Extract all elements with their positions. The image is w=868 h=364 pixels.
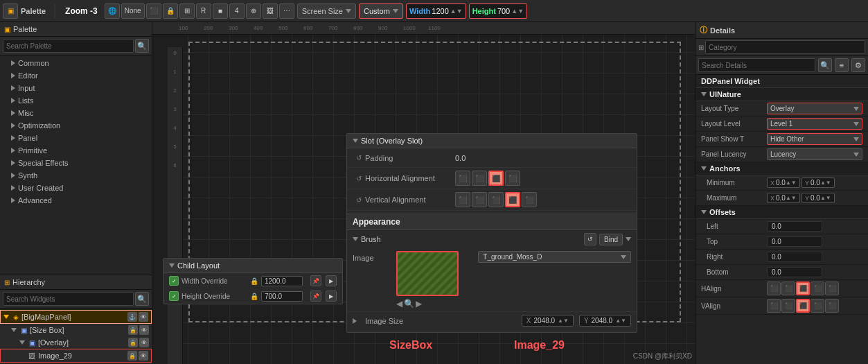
hierarchy-item-sizebox[interactable]: ▣ [Size Box] 🔒 👁 bbox=[0, 324, 152, 336]
valign-center-btn[interactable]: ⬛ bbox=[472, 192, 487, 207]
slot-collapse[interactable] bbox=[353, 139, 358, 143]
halign-right-btn[interactable]: ⬛ bbox=[505, 171, 520, 186]
grid2-btn[interactable]: ⊕ bbox=[246, 3, 261, 19]
valign-fill-btn[interactable]: ⬛ bbox=[488, 192, 504, 207]
width-action-btn[interactable]: ▶ bbox=[326, 275, 337, 286]
palette-item-editor[interactable]: Editor bbox=[0, 69, 152, 82]
palette-icon-small: ▣ bbox=[4, 26, 10, 33]
details-category-bar: ⊞ bbox=[696, 39, 868, 56]
dots-btn[interactable]: ⋯ bbox=[279, 3, 294, 19]
valign-bottom[interactable]: ⬛ bbox=[811, 299, 824, 313]
halign-left-btn[interactable]: ⬛ bbox=[455, 171, 470, 186]
globe-btn[interactable]: 🌐 bbox=[105, 3, 120, 19]
size-collapse[interactable] bbox=[353, 318, 357, 324]
valign-custom[interactable]: ⬛ bbox=[825, 299, 839, 313]
height-pin-btn[interactable]: 📌 bbox=[310, 291, 321, 302]
slot-h-reset[interactable]: ↺ bbox=[353, 172, 365, 184]
valign-top[interactable]: ⬛ bbox=[767, 299, 781, 313]
valign-right-btn[interactable]: ⬛ bbox=[522, 192, 537, 207]
max-x-input[interactable]: X 0.0 ▲▼ bbox=[767, 193, 800, 203]
image-next-btn[interactable]: ▶ bbox=[416, 299, 422, 309]
hierarchy-item-bigmappanel[interactable]: ◈ [BigMapPanel] ⚓ 👁 bbox=[0, 310, 152, 324]
r-btn[interactable]: R bbox=[196, 3, 211, 19]
palette-item-optimization[interactable]: Optimization bbox=[0, 119, 152, 132]
palette-item-panel[interactable]: Panel bbox=[0, 132, 152, 144]
center-canvas[interactable]: 100 200 300 400 500 600 700 800 900 1000… bbox=[152, 22, 695, 364]
child-collapse[interactable] bbox=[169, 263, 175, 268]
hierarchy-search-button[interactable]: 🔍 bbox=[135, 292, 149, 306]
halign-fill-btn[interactable]: ⬛ bbox=[488, 171, 504, 186]
palette-item-synth[interactable]: Synth bbox=[0, 169, 152, 182]
anchors-section[interactable]: Anchors bbox=[696, 162, 868, 175]
min-x-input[interactable]: X 0.0 ▲▼ bbox=[767, 177, 800, 188]
dropdown-arrow bbox=[346, 9, 351, 13]
collapse-icon bbox=[19, 340, 25, 345]
max-y-input[interactable]: Y 0.0 ▲▼ bbox=[801, 193, 835, 203]
panel-lucency-dropdown[interactable]: Lucency bbox=[767, 148, 862, 160]
layout-type-dropdown[interactable]: Overlay bbox=[767, 103, 862, 114]
palette-item-advanced[interactable]: Advanced bbox=[0, 194, 152, 207]
halign-custom[interactable]: ⬛ bbox=[825, 281, 839, 295]
palette-search-input[interactable] bbox=[3, 39, 134, 53]
image-y-field[interactable]: Y 2048.0 ▲▼ bbox=[579, 315, 631, 327]
lock-btn[interactable]: 🔒 bbox=[163, 3, 178, 19]
min-y-input[interactable]: Y 0.0 ▲▼ bbox=[801, 177, 835, 188]
height-field[interactable]: Height 700 ▲▼ bbox=[469, 3, 527, 19]
hierarchy-list: ◈ [BigMapPanel] ⚓ 👁 ▣ [Size Box] 🔒 👁 bbox=[0, 309, 152, 364]
width-pin-btn[interactable]: 📌 bbox=[310, 275, 321, 286]
valign-top-btn[interactable]: ⬛ bbox=[455, 192, 470, 207]
layout-level-dropdown[interactable]: Level 1 bbox=[767, 118, 862, 130]
height-checkbox[interactable]: ✓ bbox=[169, 291, 179, 301]
brush-collapse[interactable] bbox=[353, 237, 358, 241]
details-search-input[interactable] bbox=[698, 58, 815, 72]
brush-reset[interactable]: ↺ bbox=[584, 233, 596, 245]
hierarchy-search-input[interactable] bbox=[3, 292, 134, 306]
img-btn[interactable]: 🖼 bbox=[263, 3, 278, 19]
slot-reset[interactable]: ↺ bbox=[353, 152, 365, 164]
main-layout: ▣ Palette 🔍 Common Editor Input L bbox=[0, 22, 868, 364]
palette-item-primitive[interactable]: Primitive bbox=[0, 144, 152, 157]
halign-center[interactable]: ⬛ bbox=[781, 281, 795, 295]
palette-item-misc[interactable]: Misc bbox=[0, 107, 152, 119]
offsets-section[interactable]: Offsets bbox=[696, 206, 868, 219]
palette-item-common[interactable]: Common bbox=[0, 57, 152, 69]
hierarchy-item-image29[interactable]: 🖼 Image_29 🔒 👁 bbox=[0, 349, 152, 363]
image-name-dropdown[interactable]: T_ground_Moss_D bbox=[478, 251, 631, 263]
details-scroll[interactable]: UINature Layout Type Overlay Layout Leve… bbox=[696, 88, 868, 364]
move-btn[interactable]: ⬛ bbox=[146, 3, 161, 19]
image-x-field[interactable]: X 2048.0 ▲▼ bbox=[522, 315, 574, 327]
valign-fill[interactable]: ⬛ bbox=[796, 299, 810, 313]
palette-item-user-created[interactable]: User Created bbox=[0, 182, 152, 194]
palette-item-input[interactable]: Input bbox=[0, 82, 152, 94]
bind-button[interactable]: Bind bbox=[599, 234, 623, 245]
palette-item-lists[interactable]: Lists bbox=[0, 94, 152, 107]
anchor-btn[interactable]: ⊞ bbox=[179, 3, 195, 19]
custom-dropdown[interactable]: Custom bbox=[359, 3, 403, 19]
none-btn[interactable]: None bbox=[121, 3, 145, 19]
valign-bottom-btn[interactable]: ⬛ bbox=[505, 192, 520, 207]
ui-nature-section[interactable]: UINature bbox=[696, 88, 868, 101]
arrow-icon bbox=[11, 98, 15, 103]
bind-dropdown[interactable] bbox=[626, 237, 631, 241]
child-layout-panel: Child Layout ✓ Width Override 🔒 1200.0 📌… bbox=[163, 258, 343, 304]
details-search-button[interactable]: 🔍 bbox=[818, 58, 832, 72]
slot-v-reset[interactable]: ↺ bbox=[353, 193, 365, 206]
image-search-btn[interactable]: 🔍 bbox=[404, 299, 414, 309]
panel-show-dropdown[interactable]: Hide Other bbox=[767, 133, 862, 145]
halign-center-btn[interactable]: ⬛ bbox=[472, 171, 487, 186]
halign-left[interactable]: ⬛ bbox=[767, 281, 781, 295]
halign-right[interactable]: ⬛ bbox=[811, 281, 824, 295]
height-action-btn[interactable]: ▶ bbox=[326, 291, 337, 302]
hierarchy-item-overlay[interactable]: ▣ [Overlay] 🔒 👁 bbox=[0, 336, 152, 349]
width-checkbox[interactable]: ✓ bbox=[169, 276, 179, 286]
category-input[interactable] bbox=[705, 40, 865, 54]
valign-center[interactable]: ⬛ bbox=[781, 299, 795, 313]
palette-search-button[interactable]: 🔍 bbox=[135, 39, 149, 53]
halign-fill[interactable]: ⬛ bbox=[796, 281, 810, 295]
width-field[interactable]: Width 1200 ▲▼ bbox=[406, 3, 466, 19]
screen-size-dropdown[interactable]: Screen Size bbox=[297, 3, 356, 19]
image-prev-btn[interactable]: ◀ bbox=[396, 299, 402, 309]
details-filter-button[interactable]: ≡ bbox=[835, 58, 849, 72]
details-menu-button[interactable]: ⚙ bbox=[851, 58, 865, 72]
palette-item-special-effects[interactable]: Special Effects bbox=[0, 157, 152, 169]
